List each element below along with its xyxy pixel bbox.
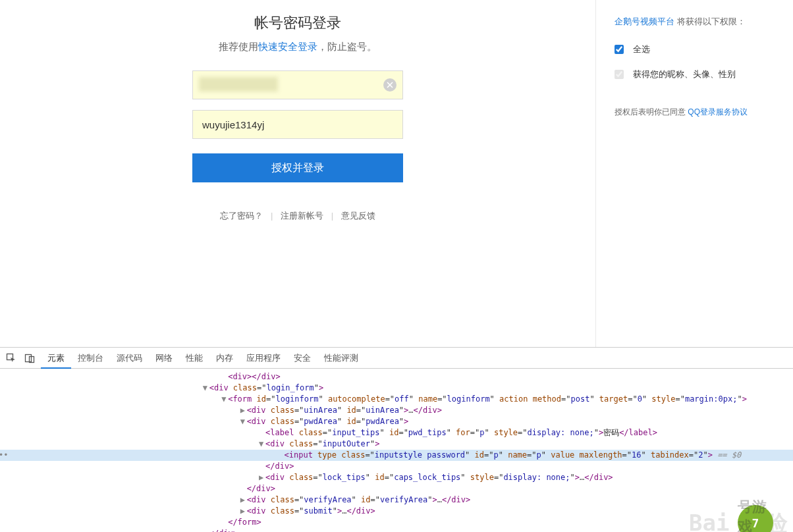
username-blur-overlay: [199, 77, 278, 92]
dom-tree-line[interactable]: <div></div>: [0, 371, 793, 383]
devtools-tab-0[interactable]: 元素: [41, 348, 71, 369]
devtools-tab-7[interactable]: 安全: [287, 348, 317, 369]
dom-tree-line[interactable]: ▶<div class="uinArea" id="uinArea">…</di…: [0, 405, 793, 416]
device-toolbar-icon[interactable]: [22, 351, 37, 365]
devtools-elements-tree[interactable]: Bai 经验 jingyan.b 7 号游戏 <div></div> ▼<div…: [0, 369, 793, 532]
devtools-tab-4[interactable]: 性能: [179, 348, 209, 369]
separator: |: [271, 211, 273, 221]
devtools-tabbar: 元素控制台源代码网络性能内存应用程序安全性能评测: [0, 348, 793, 369]
select-all-checkbox[interactable]: [615, 45, 624, 54]
devtools-tab-1[interactable]: 控制台: [71, 348, 110, 369]
devtools-tab-5[interactable]: 内存: [209, 348, 240, 369]
dom-tree-line[interactable]: <input type class="inputstyle password" …: [0, 450, 793, 461]
authorization-panel: 企鹅号视频平台 将获得以下权限： 全选 获得您的昵称、头像、性别 授权后表明你已…: [595, 0, 793, 347]
dom-tree-line[interactable]: </form>: [0, 517, 793, 528]
clear-username-icon[interactable]: [383, 78, 396, 92]
dom-tree-line[interactable]: ▼<div class="pwdArea" id="pwdArea">: [0, 416, 793, 427]
login-panel: 帐号密码登录 推荐使用快速安全登录，防止盗号。 授权并登录 忘了密码？ | 注册…: [0, 0, 595, 347]
username-field-wrap: [192, 70, 403, 99]
dom-tree-line[interactable]: ▶<div class="verifyArea" id="verifyArea"…: [0, 494, 793, 506]
dom-tree-line[interactable]: ▼<form id="loginform" autocomplete="off"…: [0, 394, 793, 405]
dom-tree-line[interactable]: </div>: [0, 483, 793, 494]
login-subtitle: 推荐使用快速安全登录，防止盗号。: [192, 41, 403, 53]
feedback-link[interactable]: 意见反馈: [341, 211, 375, 221]
password-field-wrap: [192, 110, 403, 139]
login-footer-links: 忘了密码？ | 注册新帐号 | 意见反馈: [192, 210, 403, 222]
dom-tree-line[interactable]: </div>: [0, 528, 793, 532]
app-name-link[interactable]: 企鹅号视频平台: [615, 16, 674, 26]
authorize-login-button[interactable]: 授权并登录: [192, 153, 403, 182]
profile-permission-checkbox[interactable]: [615, 70, 624, 79]
quick-login-link[interactable]: 快速安全登录: [258, 41, 317, 52]
svg-rect-1: [26, 354, 32, 361]
service-agreement-link[interactable]: QQ登录服务协议: [688, 107, 748, 117]
devtools-tab-8[interactable]: 性能评测: [317, 348, 365, 369]
separator: |: [331, 211, 333, 221]
auth-heading: 企鹅号视频平台 将获得以下权限：: [615, 16, 793, 28]
devtools-tab-6[interactable]: 应用程序: [240, 348, 287, 369]
dom-tree-line[interactable]: ▶<div class="lock_tips" id="caps_lock_ti…: [0, 472, 793, 483]
select-all-label: 全选: [633, 43, 650, 55]
password-input[interactable]: [192, 110, 403, 139]
devtools-tab-2[interactable]: 源代码: [110, 348, 149, 369]
agreement-prefix: 授权后表明你已同意: [615, 107, 688, 117]
dom-tree-line[interactable]: </div>: [0, 461, 793, 472]
select-all-row[interactable]: 全选: [615, 43, 793, 55]
dom-tree-line[interactable]: ▶<div class="submit">…</div>: [0, 506, 793, 517]
agreement-row: 授权后表明你已同意 QQ登录服务协议: [615, 107, 793, 118]
subtitle-suffix: ，防止盗号。: [317, 41, 377, 52]
profile-permission-label: 获得您的昵称、头像、性别: [633, 68, 736, 80]
register-link[interactable]: 注册新帐号: [281, 211, 323, 221]
dom-tree-line[interactable]: ▼<div class="login_form">: [0, 383, 793, 394]
inspect-element-icon[interactable]: [4, 351, 18, 365]
dom-tree-line[interactable]: <label class="input_tips" id="pwd_tips" …: [0, 427, 793, 439]
login-title: 帐号密码登录: [192, 13, 403, 33]
auth-heading-suffix: 将获得以下权限：: [674, 16, 746, 26]
devtools-tab-3[interactable]: 网络: [149, 348, 179, 369]
subtitle-prefix: 推荐使用: [219, 41, 258, 52]
profile-permission-row[interactable]: 获得您的昵称、头像、性别: [615, 68, 793, 80]
forgot-password-link[interactable]: 忘了密码？: [220, 211, 263, 221]
devtools-panel: 元素控制台源代码网络性能内存应用程序安全性能评测 Bai 经验 jingyan.…: [0, 347, 793, 532]
dom-tree-line[interactable]: ▼<div class="inputOuter">: [0, 439, 793, 450]
